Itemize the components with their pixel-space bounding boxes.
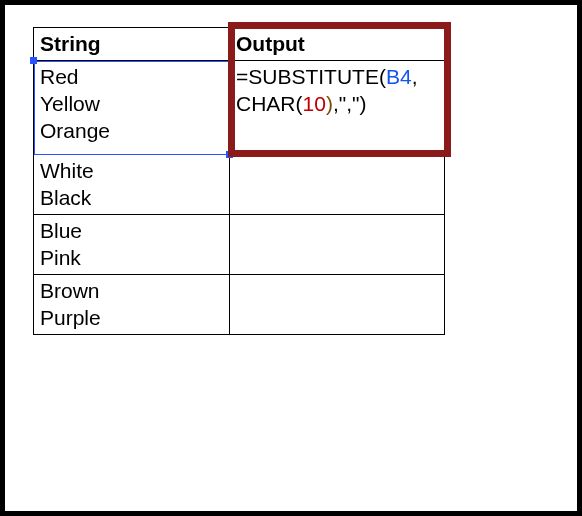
header-string[interactable]: String — [34, 28, 230, 61]
cell-output-row3[interactable] — [230, 215, 445, 275]
spreadsheet-table: String Output Red Yellow Orange =SUBSTIT… — [33, 27, 445, 335]
cell-output-row4[interactable] — [230, 275, 445, 335]
spreadsheet-table-area: String Output Red Yellow Orange =SUBSTIT… — [33, 27, 444, 335]
cell-output-row1-formula[interactable]: =SUBSTITUTE(B4,CHAR(10),",") — [230, 61, 445, 155]
cell-line: Black — [40, 184, 223, 211]
cell-line: Orange — [40, 117, 223, 144]
cell-line: Pink — [40, 244, 223, 271]
edit-cursor-edge — [230, 61, 232, 154]
cell-string-row1[interactable]: Red Yellow Orange — [34, 61, 230, 155]
cell-line: Yellow — [40, 90, 223, 117]
cell-line: White — [40, 157, 223, 184]
reference-handle-bottomright[interactable] — [226, 151, 233, 158]
cell-output-row2[interactable] — [230, 155, 445, 215]
cell-line: Blue — [40, 217, 223, 244]
cell-line: Red — [40, 63, 223, 90]
reference-handle-topleft[interactable] — [30, 57, 37, 64]
formula-text[interactable]: =SUBSTITUTE(B4,CHAR(10),",") — [236, 63, 438, 117]
header-output[interactable]: Output — [230, 28, 445, 61]
cell-line: Brown — [40, 277, 223, 304]
image-frame: String Output Red Yellow Orange =SUBSTIT… — [0, 0, 582, 516]
cell-string-row2[interactable]: White Black — [34, 155, 230, 215]
cell-line: Purple — [40, 304, 223, 331]
cell-string-row4[interactable]: Brown Purple — [34, 275, 230, 335]
cell-string-row3[interactable]: Blue Pink — [34, 215, 230, 275]
